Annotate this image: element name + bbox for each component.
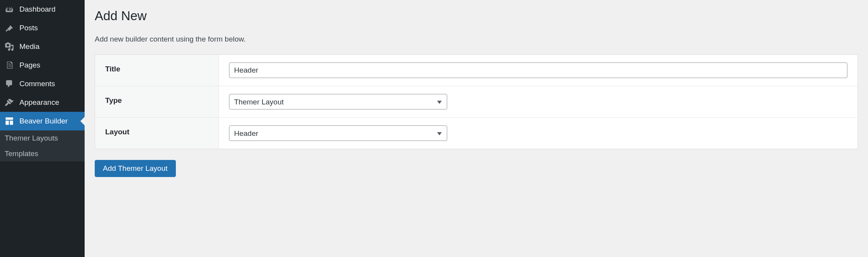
sidebar-item-media[interactable]: Media bbox=[0, 37, 85, 56]
sidebar-subitem-templates[interactable]: Templates bbox=[0, 146, 85, 161]
title-input[interactable] bbox=[229, 63, 847, 78]
sidebar-item-comments[interactable]: Comments bbox=[0, 75, 85, 93]
pin-icon bbox=[5, 23, 14, 33]
pages-icon bbox=[5, 61, 14, 70]
admin-sidebar: Dashboard Posts Media Pages Comments App… bbox=[0, 0, 85, 257]
form-row-layout: Layout Header bbox=[95, 118, 858, 149]
type-select-wrap: Themer Layout bbox=[229, 94, 447, 109]
form-table: Title Type Themer Layout Layout Header bbox=[95, 54, 858, 149]
type-label: Type bbox=[95, 86, 219, 117]
sidebar-item-label: Pages bbox=[19, 61, 40, 69]
comment-icon bbox=[5, 79, 14, 89]
dashboard-icon bbox=[5, 5, 14, 14]
sidebar-subitem-themer-layouts[interactable]: Themer Layouts bbox=[0, 130, 85, 146]
brush-icon bbox=[5, 98, 14, 107]
layout-select[interactable]: Header bbox=[229, 125, 447, 141]
sidebar-item-posts[interactable]: Posts bbox=[0, 19, 85, 37]
sidebar-item-label: Dashboard bbox=[19, 5, 56, 14]
sidebar-item-label: Beaver Builder bbox=[19, 117, 68, 125]
sidebar-item-label: Appearance bbox=[19, 98, 59, 107]
form-row-title: Title bbox=[95, 55, 858, 86]
page-description: Add new builder content using the form b… bbox=[95, 35, 858, 43]
main-content: Add New Add new builder content using th… bbox=[85, 0, 868, 257]
media-icon bbox=[5, 42, 14, 51]
sidebar-item-appearance[interactable]: Appearance bbox=[0, 93, 85, 112]
sidebar-item-label: Media bbox=[19, 42, 40, 51]
page-title: Add New bbox=[95, 5, 858, 23]
sidebar-item-beaver-builder[interactable]: Beaver Builder bbox=[0, 112, 85, 130]
sidebar-item-dashboard[interactable]: Dashboard bbox=[0, 0, 85, 19]
layout-label: Layout bbox=[95, 118, 219, 149]
type-select[interactable]: Themer Layout bbox=[229, 94, 447, 109]
sidebar-item-pages[interactable]: Pages bbox=[0, 56, 85, 75]
sidebar-item-label: Comments bbox=[19, 80, 55, 88]
layout-field-cell: Header bbox=[219, 118, 858, 149]
type-field-cell: Themer Layout bbox=[219, 86, 858, 117]
layout-select-wrap: Header bbox=[229, 125, 447, 141]
add-themer-layout-button[interactable]: Add Themer Layout bbox=[95, 160, 176, 177]
layout-icon bbox=[5, 116, 14, 126]
title-field-cell bbox=[219, 55, 858, 86]
title-label: Title bbox=[95, 55, 219, 86]
sidebar-item-label: Posts bbox=[19, 24, 38, 32]
sidebar-subitem-label: Themer Layouts bbox=[5, 134, 58, 142]
form-row-type: Type Themer Layout bbox=[95, 86, 858, 118]
sidebar-subitem-label: Templates bbox=[5, 149, 38, 158]
